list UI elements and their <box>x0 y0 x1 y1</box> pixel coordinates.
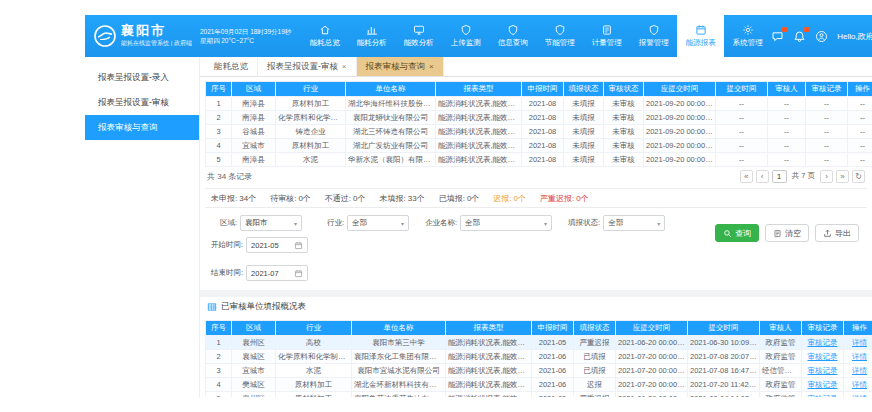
table-cell: 能源消耗状况表,能效指标情... <box>436 153 522 167</box>
city-name: 襄阳市 <box>121 24 192 37</box>
refresh-button[interactable]: ↻ <box>852 170 865 183</box>
table-cell: 5 <box>206 153 232 167</box>
chevron-down-icon: ▾ <box>544 220 547 227</box>
filter-section: 区域:襄阳市▾行业:全部▾企业名称:全部▾填报状态:全部▾开始时间:2021-0… <box>205 208 867 286</box>
table-cell: 2021-05 <box>532 336 574 350</box>
stat-label: 待审核: <box>270 193 296 204</box>
user-avatar-icon[interactable] <box>815 30 828 43</box>
detail-link[interactable]: 详情 <box>852 366 867 375</box>
column-header: 行业 <box>276 82 346 97</box>
filter-value: 全部 <box>352 218 367 228</box>
sidebar-item[interactable]: 报表呈报设置-录入 <box>85 65 199 90</box>
nav-item-shield[interactable]: 节能管理 <box>536 15 583 57</box>
chevron-down-icon: ▾ <box>657 220 660 227</box>
stat-label: 已填报: <box>439 193 465 204</box>
filter-select[interactable]: 全部▾ <box>460 215 552 231</box>
tab-active[interactable]: 报表审核与查询× <box>357 57 444 76</box>
table-cell: 湖北金环新材料科技有限公司 <box>352 378 446 392</box>
filter-select[interactable]: 全部▾ <box>603 215 665 231</box>
audit-record-link[interactable]: 审核记录 <box>808 394 838 398</box>
bell-icon[interactable] <box>793 30 806 43</box>
close-tab-icon[interactable]: × <box>342 62 347 71</box>
filter-select[interactable]: 全部▾ <box>347 215 409 231</box>
detail-link[interactable]: 详情 <box>852 380 867 389</box>
table-cell: 政府监管 <box>760 392 802 398</box>
filter-date-input[interactable]: 2021-05 <box>246 237 308 253</box>
clear-button[interactable]: 清空 <box>765 224 809 242</box>
detail-link[interactable]: 详情 <box>852 352 867 361</box>
filter-label: 企业名称: <box>425 218 457 228</box>
filter-select-group: 行业:全部▾ <box>318 215 409 231</box>
sidebar-item[interactable]: 报表呈报设置-审核 <box>85 90 199 115</box>
nav-item-monitor[interactable]: 能效分析 <box>395 15 442 57</box>
table-cell: 湖北广发纺业有限公司 <box>346 139 436 153</box>
current-page-input[interactable]: 1 <box>772 170 787 183</box>
user-greeting[interactable]: Hello,政府监管 <box>837 31 872 42</box>
audit-record-link[interactable]: 审核记录 <box>808 352 838 361</box>
system-name: 能耗在线监管系统 | 政府端 <box>121 39 192 48</box>
nav-item-doc[interactable]: 计量管理 <box>583 15 630 57</box>
close-tab-icon[interactable]: × <box>429 62 434 71</box>
stat-已填报: 已填报:0个 <box>439 193 480 204</box>
table-cell: 详情 <box>844 336 872 350</box>
table-cell: 经信管理员 <box>760 364 802 378</box>
table1-total-records: 共 34 条记录 <box>207 171 252 182</box>
app-body: 报表呈报设置-录入报表呈报设置-审核报表审核与查询 能耗总览报表呈报设置-审核×… <box>85 57 872 397</box>
tab-item[interactable]: 能耗总览 <box>205 57 258 76</box>
nav-item-shield[interactable]: 信息查询 <box>489 15 536 57</box>
table-row: 5南漳县水泥华新水泥（襄阳）有限公司能源消耗状况表,能效指标情...2021-0… <box>206 153 872 167</box>
next-page-button[interactable]: › <box>820 170 833 183</box>
table-cell: 未审核 <box>604 111 644 125</box>
nav-item-label: 能源报表 <box>686 38 716 48</box>
audit-record-link[interactable]: 审核记录 <box>808 366 838 375</box>
nav-item-report[interactable]: 能源报表 <box>677 15 724 57</box>
nav-item-chart[interactable]: 能耗分析 <box>348 15 395 57</box>
tab-item[interactable]: 报表呈报设置-审核× <box>258 57 357 76</box>
table-cell: 未审核 <box>604 153 644 167</box>
nav-item-label: 系统管理 <box>733 38 763 48</box>
table-cell: 宜城市 <box>232 364 276 378</box>
shield-icon <box>507 24 519 36</box>
export-button-label: 导出 <box>835 228 851 239</box>
table-cell: 谷城县 <box>232 125 276 139</box>
column-header: 审核状态 <box>604 82 644 97</box>
date-time-text: 2021年09月02日 18时39分19秒 <box>200 27 291 36</box>
detail-link[interactable]: 详情 <box>852 394 867 398</box>
stat-未填报: 未填报:33个 <box>380 193 425 204</box>
screenshot-canvas: 襄阳市 能耗在线监管系统 | 政府端 2021年09月02日 18时39分19秒… <box>0 0 872 412</box>
filter-date-input[interactable]: 2021-07 <box>246 265 308 281</box>
table-cell: 2021-07-08 16:47:20 <box>688 364 760 378</box>
export-button[interactable]: 导出 <box>815 224 859 242</box>
table-cell: 2021-07-20 00:00:00 <box>616 350 688 364</box>
filter-value: 全部 <box>465 218 480 228</box>
column-header: 审核人 <box>760 321 802 336</box>
filter-label: 结束时间: <box>211 268 243 278</box>
table-cell: -- <box>716 125 768 139</box>
nav-item-home[interactable]: 能耗总览 <box>301 15 348 57</box>
column-header: 序号 <box>206 321 232 336</box>
table-cell: 2 <box>206 111 232 125</box>
audit-record-link[interactable]: 审核记录 <box>808 338 838 347</box>
table-cell: 湖北华海纤维科技股份有... <box>346 97 436 111</box>
tab-label: 能耗总览 <box>214 61 248 73</box>
nav-item-shield[interactable]: 报警管理 <box>630 15 677 57</box>
table-cell: 2021-06 <box>532 378 574 392</box>
top-header-bar: 襄阳市 能耗在线监管系统 | 政府端 2021年09月02日 18时39分19秒… <box>85 15 872 57</box>
search-button[interactable]: 查询 <box>715 224 759 242</box>
message-icon[interactable] <box>771 30 784 43</box>
table-row: 4宜城市原材料加工湖北广发纺业有限公司能源消耗状况表,能效指标情...2021-… <box>206 139 872 153</box>
first-page-button[interactable]: « <box>740 170 753 183</box>
audit-record-link[interactable]: 审核记录 <box>808 380 838 389</box>
detail-link[interactable]: 详情 <box>852 338 867 347</box>
doc-icon <box>601 24 613 36</box>
nav-item-shield[interactable]: 上传监测 <box>442 15 489 57</box>
nav-item-gear[interactable]: 系统管理 <box>724 15 771 57</box>
last-page-button[interactable]: » <box>836 170 849 183</box>
column-header: 应提交时间 <box>616 321 688 336</box>
prev-page-button[interactable]: ‹ <box>756 170 769 183</box>
table-cell: 2021-09-20 00:00:00 <box>644 111 716 125</box>
sidebar-item[interactable]: 报表审核与查询 <box>85 115 199 140</box>
filter-select[interactable]: 襄阳市▾ <box>240 215 302 231</box>
table-cell: 未审核 <box>604 125 644 139</box>
column-header: 单位名称 <box>352 321 446 336</box>
